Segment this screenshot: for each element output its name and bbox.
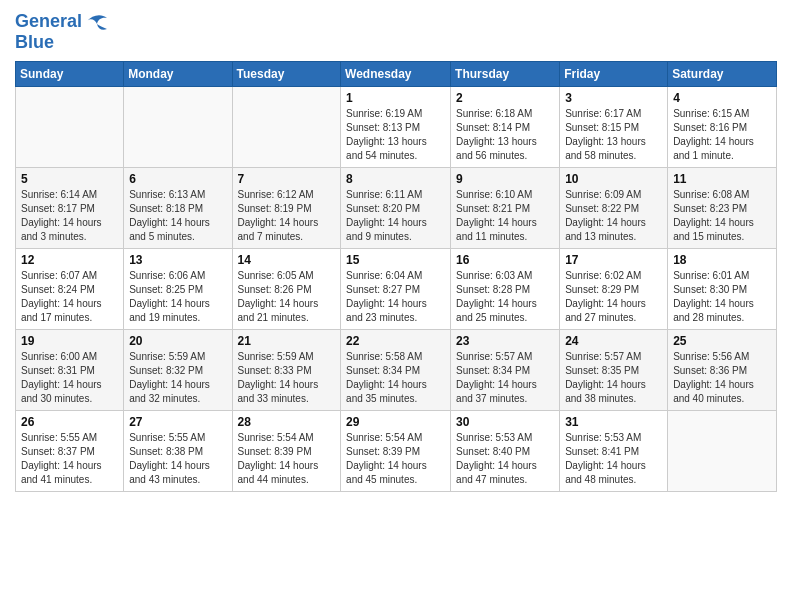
col-header-thursday: Thursday: [451, 61, 560, 86]
day-info: Sunrise: 5:55 AMSunset: 8:38 PMDaylight:…: [129, 431, 226, 487]
calendar-cell: 30Sunrise: 5:53 AMSunset: 8:40 PMDayligh…: [451, 410, 560, 491]
day-number: 4: [673, 91, 771, 105]
calendar-cell: 13Sunrise: 6:06 AMSunset: 8:25 PMDayligh…: [124, 248, 232, 329]
day-info: Sunrise: 6:01 AMSunset: 8:30 PMDaylight:…: [673, 269, 771, 325]
week-row-5: 26Sunrise: 5:55 AMSunset: 8:37 PMDayligh…: [16, 410, 777, 491]
day-number: 15: [346, 253, 445, 267]
calendar-cell: 22Sunrise: 5:58 AMSunset: 8:34 PMDayligh…: [341, 329, 451, 410]
day-number: 8: [346, 172, 445, 186]
day-number: 26: [21, 415, 118, 429]
day-info: Sunrise: 5:59 AMSunset: 8:32 PMDaylight:…: [129, 350, 226, 406]
day-number: 11: [673, 172, 771, 186]
day-number: 19: [21, 334, 118, 348]
day-info: Sunrise: 5:53 AMSunset: 8:41 PMDaylight:…: [565, 431, 662, 487]
col-header-friday: Friday: [560, 61, 668, 86]
day-info: Sunrise: 6:05 AMSunset: 8:26 PMDaylight:…: [238, 269, 336, 325]
calendar-cell: 12Sunrise: 6:07 AMSunset: 8:24 PMDayligh…: [16, 248, 124, 329]
day-number: 22: [346, 334, 445, 348]
day-info: Sunrise: 5:53 AMSunset: 8:40 PMDaylight:…: [456, 431, 554, 487]
col-header-monday: Monday: [124, 61, 232, 86]
day-info: Sunrise: 6:19 AMSunset: 8:13 PMDaylight:…: [346, 107, 445, 163]
calendar-cell: 1Sunrise: 6:19 AMSunset: 8:13 PMDaylight…: [341, 86, 451, 167]
day-number: 9: [456, 172, 554, 186]
day-number: 20: [129, 334, 226, 348]
calendar-cell: 2Sunrise: 6:18 AMSunset: 8:14 PMDaylight…: [451, 86, 560, 167]
day-number: 2: [456, 91, 554, 105]
day-info: Sunrise: 6:15 AMSunset: 8:16 PMDaylight:…: [673, 107, 771, 163]
calendar-cell: 10Sunrise: 6:09 AMSunset: 8:22 PMDayligh…: [560, 167, 668, 248]
day-number: 6: [129, 172, 226, 186]
calendar-cell: 20Sunrise: 5:59 AMSunset: 8:32 PMDayligh…: [124, 329, 232, 410]
day-number: 13: [129, 253, 226, 267]
day-number: 24: [565, 334, 662, 348]
day-number: 16: [456, 253, 554, 267]
day-info: Sunrise: 6:09 AMSunset: 8:22 PMDaylight:…: [565, 188, 662, 244]
calendar-cell: 23Sunrise: 5:57 AMSunset: 8:34 PMDayligh…: [451, 329, 560, 410]
day-info: Sunrise: 6:08 AMSunset: 8:23 PMDaylight:…: [673, 188, 771, 244]
day-info: Sunrise: 6:10 AMSunset: 8:21 PMDaylight:…: [456, 188, 554, 244]
calendar-cell: 8Sunrise: 6:11 AMSunset: 8:20 PMDaylight…: [341, 167, 451, 248]
calendar-cell: 15Sunrise: 6:04 AMSunset: 8:27 PMDayligh…: [341, 248, 451, 329]
day-number: 30: [456, 415, 554, 429]
calendar-cell: 29Sunrise: 5:54 AMSunset: 8:39 PMDayligh…: [341, 410, 451, 491]
calendar-cell: 24Sunrise: 5:57 AMSunset: 8:35 PMDayligh…: [560, 329, 668, 410]
calendar-cell: 11Sunrise: 6:08 AMSunset: 8:23 PMDayligh…: [668, 167, 777, 248]
header-row: SundayMondayTuesdayWednesdayThursdayFrid…: [16, 61, 777, 86]
logo: General Blue: [15, 10, 113, 53]
calendar-cell: [232, 86, 341, 167]
logo-bird-icon: [85, 10, 113, 32]
day-number: 18: [673, 253, 771, 267]
day-number: 7: [238, 172, 336, 186]
week-row-3: 12Sunrise: 6:07 AMSunset: 8:24 PMDayligh…: [16, 248, 777, 329]
calendar-cell: [668, 410, 777, 491]
day-info: Sunrise: 5:59 AMSunset: 8:33 PMDaylight:…: [238, 350, 336, 406]
day-info: Sunrise: 5:57 AMSunset: 8:35 PMDaylight:…: [565, 350, 662, 406]
calendar-table: SundayMondayTuesdayWednesdayThursdayFrid…: [15, 61, 777, 492]
calendar-cell: 31Sunrise: 5:53 AMSunset: 8:41 PMDayligh…: [560, 410, 668, 491]
page: General Blue SundayMondayTuesdayWednesda…: [0, 0, 792, 612]
calendar-cell: 6Sunrise: 6:13 AMSunset: 8:18 PMDaylight…: [124, 167, 232, 248]
day-info: Sunrise: 6:14 AMSunset: 8:17 PMDaylight:…: [21, 188, 118, 244]
week-row-2: 5Sunrise: 6:14 AMSunset: 8:17 PMDaylight…: [16, 167, 777, 248]
day-number: 25: [673, 334, 771, 348]
col-header-tuesday: Tuesday: [232, 61, 341, 86]
week-row-1: 1Sunrise: 6:19 AMSunset: 8:13 PMDaylight…: [16, 86, 777, 167]
calendar-cell: [124, 86, 232, 167]
day-info: Sunrise: 5:54 AMSunset: 8:39 PMDaylight:…: [238, 431, 336, 487]
day-number: 27: [129, 415, 226, 429]
day-info: Sunrise: 6:04 AMSunset: 8:27 PMDaylight:…: [346, 269, 445, 325]
calendar-cell: 14Sunrise: 6:05 AMSunset: 8:26 PMDayligh…: [232, 248, 341, 329]
day-info: Sunrise: 6:07 AMSunset: 8:24 PMDaylight:…: [21, 269, 118, 325]
calendar-cell: 26Sunrise: 5:55 AMSunset: 8:37 PMDayligh…: [16, 410, 124, 491]
col-header-saturday: Saturday: [668, 61, 777, 86]
day-info: Sunrise: 5:54 AMSunset: 8:39 PMDaylight:…: [346, 431, 445, 487]
day-number: 3: [565, 91, 662, 105]
day-number: 14: [238, 253, 336, 267]
header: General Blue: [15, 10, 777, 53]
day-number: 10: [565, 172, 662, 186]
day-info: Sunrise: 6:03 AMSunset: 8:28 PMDaylight:…: [456, 269, 554, 325]
calendar-cell: 3Sunrise: 6:17 AMSunset: 8:15 PMDaylight…: [560, 86, 668, 167]
logo-blue-word: Blue: [15, 32, 113, 53]
day-info: Sunrise: 6:13 AMSunset: 8:18 PMDaylight:…: [129, 188, 226, 244]
day-info: Sunrise: 5:56 AMSunset: 8:36 PMDaylight:…: [673, 350, 771, 406]
calendar-cell: 19Sunrise: 6:00 AMSunset: 8:31 PMDayligh…: [16, 329, 124, 410]
day-info: Sunrise: 5:55 AMSunset: 8:37 PMDaylight:…: [21, 431, 118, 487]
calendar-cell: [16, 86, 124, 167]
col-header-sunday: Sunday: [16, 61, 124, 86]
day-number: 5: [21, 172, 118, 186]
day-number: 31: [565, 415, 662, 429]
calendar-cell: 7Sunrise: 6:12 AMSunset: 8:19 PMDaylight…: [232, 167, 341, 248]
col-header-wednesday: Wednesday: [341, 61, 451, 86]
day-info: Sunrise: 6:06 AMSunset: 8:25 PMDaylight:…: [129, 269, 226, 325]
calendar-cell: 17Sunrise: 6:02 AMSunset: 8:29 PMDayligh…: [560, 248, 668, 329]
logo-general-word: General: [15, 11, 82, 32]
calendar-cell: 4Sunrise: 6:15 AMSunset: 8:16 PMDaylight…: [668, 86, 777, 167]
day-info: Sunrise: 6:11 AMSunset: 8:20 PMDaylight:…: [346, 188, 445, 244]
calendar-cell: 25Sunrise: 5:56 AMSunset: 8:36 PMDayligh…: [668, 329, 777, 410]
day-number: 17: [565, 253, 662, 267]
calendar-cell: 5Sunrise: 6:14 AMSunset: 8:17 PMDaylight…: [16, 167, 124, 248]
day-info: Sunrise: 6:17 AMSunset: 8:15 PMDaylight:…: [565, 107, 662, 163]
day-number: 23: [456, 334, 554, 348]
day-number: 28: [238, 415, 336, 429]
